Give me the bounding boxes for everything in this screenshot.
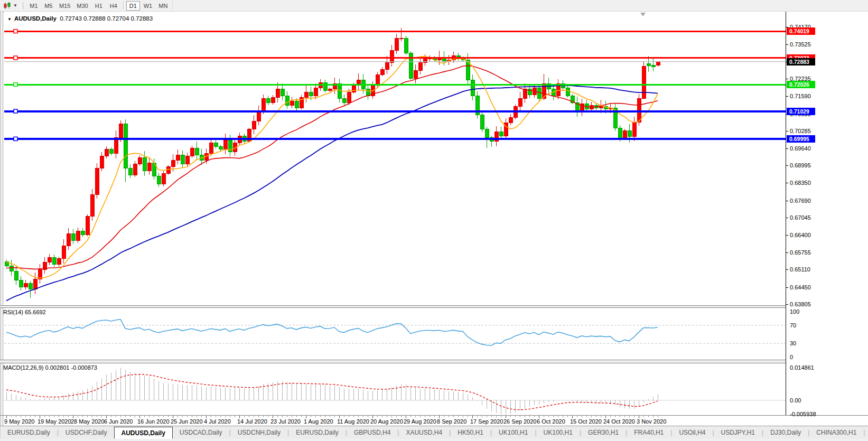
- macd-signal-line: [6, 374, 658, 410]
- line-handle[interactable]: [14, 137, 17, 140]
- timeframe-m15[interactable]: M15: [57, 1, 73, 11]
- x-axis-label: 29 Aug 2020: [404, 418, 436, 425]
- rsi-axis-label: 70: [790, 322, 796, 329]
- hline-price-tag[interactable]: 0.71029: [787, 108, 815, 115]
- macd-signal-value: -0.000873: [71, 364, 97, 371]
- price-tick-label: 0.63805: [790, 301, 811, 307]
- title-collapse-icon[interactable]: ▼: [7, 17, 12, 22]
- x-axis-label: 6 Jun 2020: [104, 418, 133, 425]
- macd-axis-label: -0.005938: [790, 411, 816, 417]
- price-tick-mark: [786, 148, 788, 149]
- panel-splitter[interactable]: [0, 360, 868, 363]
- tab-ger30-h1[interactable]: GER30,H1: [581, 426, 626, 439]
- line-handle[interactable]: [14, 83, 17, 87]
- price-tick-mark: [786, 44, 788, 45]
- rsi-panel-canvas[interactable]: [4, 308, 786, 360]
- price-tick-label: 0.68995: [790, 162, 811, 168]
- rsi-axis-label: 30: [790, 340, 796, 346]
- x-axis-label: 26 Sep 2020: [503, 418, 536, 425]
- price-tick-label: 0.66400: [790, 232, 811, 238]
- tab-usoil-h4[interactable]: USOil,H4: [672, 426, 712, 439]
- timeframe-m30[interactable]: M30: [74, 1, 90, 11]
- tab-dj30-daily[interactable]: DJ30,Daily: [763, 426, 808, 439]
- panel-splitter[interactable]: [0, 305, 868, 308]
- timeframe-mn[interactable]: MN: [156, 1, 170, 11]
- chart-shift-marker[interactable]: [640, 13, 646, 16]
- chart-window: ▼AUDUSD,Daily 0.72743 0.72888 0.72704 0.…: [0, 12, 868, 439]
- timeframe-h1[interactable]: H1: [92, 1, 106, 11]
- price-tick-mark: [786, 165, 788, 166]
- ohlc-values: 0.72743 0.72888 0.72704 0.72883: [60, 15, 153, 22]
- x-axis-label: 24 Oct 2020: [603, 418, 635, 425]
- timeframe-w1[interactable]: W1: [141, 1, 155, 11]
- x-axis-label: 4 Jul 2020: [204, 418, 231, 425]
- main-chart-canvas[interactable]: [4, 12, 786, 305]
- macd-main-value: 0.002801: [45, 364, 69, 371]
- price-tick-mark: [786, 269, 788, 270]
- chevron-down-icon[interactable]: ▼: [13, 3, 17, 8]
- current-price-tag[interactable]: 0.72883: [787, 58, 815, 65]
- chart-window-left-edge: [1, 12, 3, 426]
- toolbar-grip[interactable]: [21, 2, 23, 10]
- tab-usdchf-daily[interactable]: USDCHF,Daily: [59, 426, 114, 439]
- timeframe-h4[interactable]: H4: [107, 1, 120, 11]
- price-tick-label: 0.64450: [790, 284, 811, 290]
- tab-usdcnh-daily[interactable]: USDCNH,Daily: [231, 426, 287, 439]
- x-axis-label: 23 Jul 2020: [270, 418, 301, 425]
- tab-china300-h1[interactable]: CHINA300,H1: [809, 426, 863, 439]
- toolbar: ▼ M1M5M15M30H1H4D1W1MN: [0, 0, 868, 12]
- macd-panel-canvas[interactable]: [4, 363, 786, 415]
- macd-axis-label: 0.00: [790, 397, 801, 404]
- tab-xauusd-h4[interactable]: XAUUSD,H4: [399, 426, 449, 439]
- tab-usoil-h1[interactable]: USOil,H1: [865, 426, 868, 439]
- price-tick-label: 0.65755: [790, 249, 811, 256]
- x-axis-label: 19 May 2020: [38, 418, 71, 425]
- tab-uk100-h1[interactable]: UK100,H1: [537, 426, 580, 439]
- candlestick-chart-icon[interactable]: [2, 1, 13, 11]
- price-tick-mark: [786, 218, 788, 218]
- tab-usdcad-daily[interactable]: USDCAD,Daily: [173, 426, 229, 439]
- line-handle[interactable]: [14, 109, 17, 113]
- tab-usdjpy-h1[interactable]: USDJPY,H1: [714, 426, 762, 439]
- tab-uk100-h1[interactable]: UK100,H1: [492, 426, 535, 439]
- price-tick-mark: [786, 183, 788, 183]
- price-tick-mark: [786, 79, 788, 79]
- x-axis-label: 28 May 2020: [71, 418, 105, 425]
- price-tick-label: 0.70285: [790, 128, 811, 134]
- macd-name: MACD(12,26,9): [3, 364, 43, 371]
- toolbar-separator: [123, 1, 124, 10]
- price-tick-mark: [786, 252, 788, 253]
- price-tick-mark: [786, 131, 788, 132]
- x-axis-label: 1 Aug 2020: [304, 418, 333, 425]
- line-handle[interactable]: [14, 30, 17, 33]
- tab-eurusd-daily[interactable]: EURUSD,Daily: [1, 426, 57, 439]
- chart-title: ▼AUDUSD,Daily 0.72743 0.72888 0.72704 0.…: [7, 15, 153, 22]
- price-axis[interactable]: 0.741700.735250.728800.722350.715900.709…: [786, 12, 868, 415]
- rsi-indicator-label: RSI(14) 65.6692: [3, 309, 46, 315]
- timeframe-d1[interactable]: D1: [126, 1, 140, 11]
- symbol-period-label: AUDUSD,Daily: [14, 15, 57, 22]
- tab-audusd-daily[interactable]: AUDUSD,Daily: [114, 427, 173, 439]
- price-tick-mark: [786, 304, 788, 305]
- x-axis-label: 17 Sep 2020: [470, 418, 503, 425]
- rsi-current-value: 65.6692: [25, 309, 46, 315]
- price-tick-label: 0.67045: [790, 214, 811, 221]
- tab-hk50-h1[interactable]: HK50,H1: [451, 426, 490, 439]
- x-axis-label: 15 Oct 2020: [570, 418, 602, 425]
- hline-price-tag[interactable]: 0.74019: [787, 27, 815, 35]
- tab-fra40-h1[interactable]: FRA40,H1: [627, 426, 670, 439]
- line-handle[interactable]: [14, 56, 17, 60]
- tab-eurusd-daily[interactable]: EURUSD,Daily: [289, 426, 346, 439]
- macd-axis-label: 0.014861: [790, 364, 814, 371]
- time-axis[interactable]: 9 May 202019 May 202028 May 20206 Jun 20…: [4, 415, 786, 426]
- x-axis-label: 16 Jun 2020: [137, 418, 170, 425]
- timeframe-m5[interactable]: M5: [42, 1, 55, 11]
- hline-price-tag[interactable]: 0.72026: [787, 81, 815, 88]
- macd-bottom-border: [0, 415, 868, 416]
- tab-gbpusd-h4[interactable]: GBPUSD,H4: [347, 426, 397, 439]
- price-tick-mark: [786, 287, 788, 288]
- hline-price-tag[interactable]: 0.69995: [787, 135, 815, 143]
- rsi-line: [6, 320, 658, 346]
- x-axis-label: 8 Sep 2020: [437, 418, 466, 425]
- timeframe-m1[interactable]: M1: [27, 1, 41, 11]
